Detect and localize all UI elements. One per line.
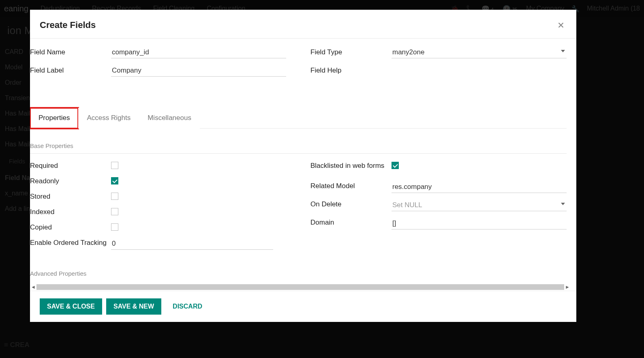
related-model-input[interactable] (392, 181, 567, 193)
field-help-label: Field Help (310, 65, 392, 75)
field-type-value: many2one (392, 47, 567, 58)
on-delete-label: On Delete (310, 199, 392, 208)
scroll-right-icon[interactable]: ► (564, 284, 571, 290)
field-label-input[interactable] (111, 65, 286, 77)
on-delete-select[interactable]: Set NULL (392, 199, 567, 211)
discard-button[interactable]: DISCARD (165, 298, 210, 315)
required-label: Required (30, 161, 111, 170)
create-fields-modal: Create Fields Field Name Field Label Fie… (30, 10, 576, 322)
copied-checkbox[interactable] (111, 223, 118, 231)
stored-checkbox[interactable] (111, 193, 118, 200)
modal-footer: SAVE & CLOSE SAVE & NEW DISCARD (30, 291, 576, 322)
base-properties-area: Required Readonly Stored Indexed Copied (30, 161, 567, 256)
domain-label: Domain (310, 218, 392, 227)
field-name-input[interactable] (111, 47, 286, 58)
tab-access-rights[interactable]: Access Rights (78, 108, 139, 129)
readonly-checkbox[interactable] (111, 177, 118, 184)
blacklisted-label: Blacklisted in web forms (310, 161, 392, 170)
indexed-label: Indexed (30, 207, 111, 216)
modal-title: Create Fields (40, 20, 96, 30)
base-properties-title: Base Properties (30, 129, 567, 154)
scroll-track[interactable] (36, 284, 564, 290)
stored-label: Stored (30, 192, 111, 201)
field-label-label: Field Label (30, 65, 111, 75)
indexed-checkbox[interactable] (111, 208, 118, 215)
modal-header: Create Fields (30, 10, 576, 39)
chevron-down-icon (561, 50, 565, 52)
close-button[interactable] (555, 19, 567, 31)
chevron-down-icon (561, 203, 565, 205)
save-close-button[interactable]: SAVE & CLOSE (40, 298, 102, 315)
advanced-properties-title: Advanced Properties (30, 256, 567, 277)
on-delete-value: Set NULL (392, 199, 567, 211)
readonly-label: Readonly (30, 176, 111, 185)
blacklisted-checkbox[interactable] (392, 162, 399, 169)
related-model-label: Related Model (310, 181, 392, 190)
copied-label: Copied (30, 223, 111, 232)
horizontal-scrollbar[interactable]: ◄ ► (30, 283, 571, 291)
tracking-label: Enable Ordered Tracking (30, 238, 111, 247)
field-name-label: Field Name (30, 47, 111, 56)
domain-input[interactable] (392, 218, 567, 229)
tabs: Properties Access Rights Miscellaneous (30, 107, 567, 129)
close-icon (556, 21, 565, 30)
save-new-button[interactable]: SAVE & NEW (106, 298, 161, 315)
tab-properties[interactable]: Properties (30, 108, 78, 129)
tab-miscellaneous[interactable]: Miscellaneous (139, 108, 200, 129)
form-top: Field Name Field Label Field Type many2o… (30, 47, 567, 83)
required-checkbox[interactable] (111, 162, 118, 169)
modal-body: Field Name Field Label Field Type many2o… (30, 39, 576, 291)
scroll-left-icon[interactable]: ◄ (30, 284, 36, 290)
field-type-select[interactable]: many2one (392, 47, 567, 58)
field-type-label: Field Type (310, 47, 392, 56)
tracking-input[interactable] (111, 238, 273, 250)
